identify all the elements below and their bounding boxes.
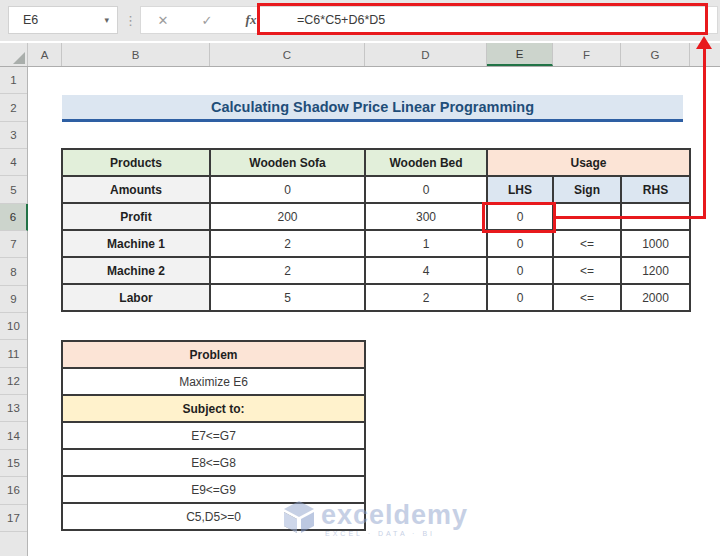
cell-c9-value[interactable]: 5 xyxy=(210,284,365,311)
exceldemy-logo-icon xyxy=(283,500,315,534)
cell-d7-value[interactable]: 1 xyxy=(365,230,487,257)
cell-b15-constraint-2[interactable]: E8<=G8 xyxy=(62,449,365,476)
watermark-tagline: EXCEL · DATA · BI xyxy=(325,530,468,537)
row-header-14[interactable]: 14 xyxy=(0,422,27,449)
select-all-triangle-icon xyxy=(13,52,25,64)
row-header-16[interactable]: 16 xyxy=(0,477,27,504)
cell-e5-lhs[interactable]: LHS xyxy=(487,176,553,203)
cell-b13-subject-to[interactable]: Subject to: xyxy=(62,395,365,422)
row-header-6-selected[interactable]: 6 xyxy=(0,204,28,231)
toolbar-divider-dots: ⋮ xyxy=(124,13,137,28)
cell-e7-lhs[interactable]: 0 xyxy=(487,230,553,257)
row-headers: 1 2 3 4 5 6 7 8 9 10 11 12 13 14 15 16 1… xyxy=(0,67,28,556)
row-header-11[interactable]: 11 xyxy=(0,340,27,367)
cell-c7-value[interactable]: 2 xyxy=(210,230,365,257)
row-header-3[interactable]: 3 xyxy=(0,122,27,149)
cell-e9-lhs[interactable]: 0 xyxy=(487,284,553,311)
row-header-13[interactable]: 13 xyxy=(0,395,27,422)
exceldemy-watermark: exceldemy EXCEL · DATA · BI xyxy=(283,500,468,537)
row-header-8[interactable]: 8 xyxy=(0,258,27,285)
cell-b11-problem[interactable]: Problem xyxy=(62,341,365,368)
cell-f5-sign[interactable]: Sign xyxy=(553,176,621,203)
cell-b14-constraint-1[interactable]: E7<=G7 xyxy=(62,422,365,449)
row-header-5[interactable]: 5 xyxy=(0,176,27,203)
formula-toolbar: E6 ▾ ⋮ ✕ ✓ fx =C6*C5+D6*D5 xyxy=(0,0,720,41)
table-row: E8<=G8 xyxy=(62,449,365,476)
cell-b6-profit[interactable]: Profit xyxy=(62,203,210,230)
cell-c6-value[interactable]: 200 xyxy=(210,203,365,230)
cell-b16-constraint-3[interactable]: E9<=G9 xyxy=(62,476,365,503)
column-header-a[interactable]: A xyxy=(28,43,62,66)
cell-f7-sign[interactable]: <= xyxy=(553,230,621,257)
cell-f6-empty[interactable] xyxy=(553,203,621,230)
cell-b5-amounts[interactable]: Amounts xyxy=(62,176,210,203)
cell-f8-sign[interactable]: <= xyxy=(553,257,621,284)
table-row: Problem xyxy=(62,341,365,368)
column-header-partial[interactable] xyxy=(690,43,720,66)
cell-g8-rhs[interactable]: 1200 xyxy=(621,257,690,284)
cell-g7-rhs[interactable]: 1000 xyxy=(621,230,690,257)
cell-e8-lhs[interactable]: 0 xyxy=(487,257,553,284)
column-header-g[interactable]: G xyxy=(621,43,690,66)
column-header-d[interactable]: D xyxy=(365,43,487,66)
watermark-brand: exceldemy xyxy=(321,500,468,530)
cell-b8-machine-2[interactable]: Machine 2 xyxy=(62,257,210,284)
chevron-down-icon[interactable]: ▾ xyxy=(104,15,109,25)
select-all-button[interactable] xyxy=(0,43,28,66)
cell-b9-labor[interactable]: Labor xyxy=(62,284,210,311)
column-header-c[interactable]: C xyxy=(210,43,365,66)
row-header-12[interactable]: 12 xyxy=(0,368,27,395)
row-header-9[interactable]: 9 xyxy=(0,286,27,313)
column-header-f[interactable]: F xyxy=(553,43,621,66)
watermark-text: exceldemy EXCEL · DATA · BI xyxy=(321,500,468,537)
cell-g6-empty[interactable] xyxy=(621,203,690,230)
cell-c4-wooden-sofa[interactable]: Wooden Sofa xyxy=(210,149,365,176)
formula-bar[interactable]: ✕ ✓ fx =C6*C5+D6*D5 xyxy=(140,6,718,34)
row-header-17[interactable]: 17 xyxy=(0,505,27,532)
insert-function-icon[interactable]: fx xyxy=(229,12,273,28)
row-header-7[interactable]: 7 xyxy=(0,231,27,258)
table-row: E7<=G7 xyxy=(62,422,365,449)
cell-c5-value[interactable]: 0 xyxy=(210,176,365,203)
cell-g5-rhs[interactable]: RHS xyxy=(621,176,690,203)
cell-b4-products[interactable]: Products xyxy=(62,149,210,176)
row-header-4[interactable]: 4 xyxy=(0,149,27,176)
table-row-machine-2: Machine 2 2 4 0 <= 1200 xyxy=(62,257,690,284)
table-row-amounts: Amounts 0 0 LHS Sign RHS xyxy=(62,176,690,203)
cell-d8-value[interactable]: 4 xyxy=(365,257,487,284)
cancel-icon[interactable]: ✕ xyxy=(141,13,185,28)
enter-icon[interactable]: ✓ xyxy=(185,13,229,28)
row-header-10[interactable]: 10 xyxy=(0,313,27,340)
cell-f9-sign[interactable]: <= xyxy=(553,284,621,311)
arrow-vertical-line xyxy=(703,47,706,219)
formula-bar-content[interactable]: =C6*C5+D6*D5 xyxy=(297,13,385,27)
cell-b12-maximize[interactable]: Maximize E6 xyxy=(62,368,365,395)
cell-d6-value[interactable]: 300 xyxy=(365,203,487,230)
cell-c8-value[interactable]: 2 xyxy=(210,257,365,284)
cell-b7-machine-1[interactable]: Machine 1 xyxy=(62,230,210,257)
row-header-1[interactable]: 1 xyxy=(0,67,27,94)
table-row-labor: Labor 5 2 0 <= 2000 xyxy=(62,284,690,311)
cell-d5-value[interactable]: 0 xyxy=(365,176,487,203)
cell-e6-selected-value[interactable]: 0 xyxy=(487,203,553,230)
column-header-e-selected[interactable]: E xyxy=(487,43,553,66)
table-row-header: Products Wooden Sofa Wooden Bed Usage xyxy=(62,149,690,176)
table-row-machine-1: Machine 1 2 1 0 <= 1000 xyxy=(62,230,690,257)
excel-window: E6 ▾ ⋮ ✕ ✓ fx =C6*C5+D6*D5 A B C D E F G… xyxy=(0,0,720,556)
cell-g9-rhs[interactable]: 2000 xyxy=(621,284,690,311)
cell-e4-usage[interactable]: Usage xyxy=(487,149,690,176)
name-box[interactable]: E6 ▾ xyxy=(8,6,118,34)
column-header-b[interactable]: B xyxy=(62,43,210,66)
row-header-2[interactable]: 2 xyxy=(0,94,27,121)
name-box-value: E6 xyxy=(23,13,38,27)
table-row: Subject to: xyxy=(62,395,365,422)
table-row-profit: Profit 200 300 0 xyxy=(62,203,690,230)
cell-d9-value[interactable]: 2 xyxy=(365,284,487,311)
sheet-title-cell[interactable]: Calculating Shadow Price Linear Programm… xyxy=(62,95,683,122)
table-row: E9<=G9 xyxy=(62,476,365,503)
cell-d4-wooden-bed[interactable]: Wooden Bed xyxy=(365,149,487,176)
table-row: Maximize E6 xyxy=(62,368,365,395)
column-headers: A B C D E F G xyxy=(0,43,720,67)
linear-programming-table: Products Wooden Sofa Wooden Bed Usage Am… xyxy=(61,148,691,312)
row-header-15[interactable]: 15 xyxy=(0,450,27,477)
